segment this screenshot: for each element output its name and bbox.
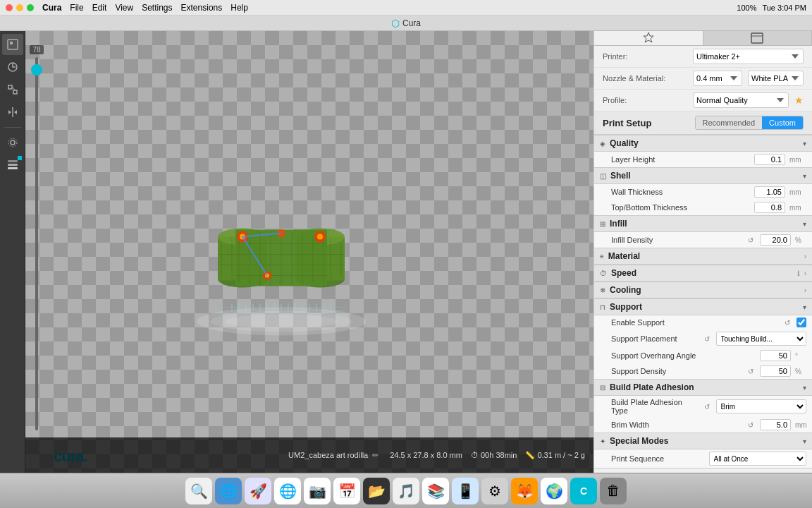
- support-section-header[interactable]: ⊓ Support ▾: [594, 298, 812, 315]
- wall-thickness-input[interactable]: [754, 186, 785, 198]
- adhesion-type-reset[interactable]: ↺: [702, 403, 712, 411]
- enable-support-checkbox[interactable]: [796, 318, 806, 327]
- dock-appstore[interactable]: 📱: [452, 478, 479, 504]
- recommended-button[interactable]: Recommended: [696, 116, 763, 129]
- menu-view[interactable]: View: [115, 3, 133, 13]
- dock-safari[interactable]: 🌐: [215, 478, 242, 504]
- speed-arrow-icon[interactable]: ›: [804, 270, 806, 277]
- wall-thickness-label: Wall Thickness: [611, 188, 750, 196]
- dock-firefox[interactable]: 🦊: [511, 478, 538, 504]
- menu-extensions[interactable]: Extensions: [181, 3, 223, 13]
- support-placement-label: Support Placement: [611, 334, 698, 343]
- menu-help[interactable]: Help: [230, 3, 248, 13]
- toolbar-home[interactable]: [2, 34, 23, 55]
- material-section-header[interactable]: ≡ Material ›: [594, 248, 812, 265]
- setup-toggle[interactable]: Recommended Custom: [695, 116, 804, 130]
- shell-title: Shell: [610, 171, 799, 181]
- support-density-input[interactable]: [760, 365, 791, 377]
- profile-star-icon[interactable]: ★: [794, 95, 804, 106]
- support-overhang-input[interactable]: [760, 350, 791, 361]
- tab-settings[interactable]: [594, 31, 703, 45]
- support-density-reset[interactable]: ↺: [746, 368, 756, 375]
- layer-height-input[interactable]: [754, 154, 785, 165]
- toolbar-view[interactable]: [2, 132, 23, 153]
- printer-select[interactable]: Ultimaker 2+: [693, 49, 804, 64]
- print-sequence-select[interactable]: All at Once: [709, 452, 807, 466]
- slider-track[interactable]: [35, 57, 38, 430]
- dock-sysprefs[interactable]: ⚙: [481, 478, 508, 504]
- support-placement-select[interactable]: Touching Build...: [716, 332, 807, 346]
- speed-info-icon[interactable]: ℹ: [797, 270, 800, 277]
- toolbar-rotate[interactable]: [2, 56, 23, 78]
- infill-density-label: Infill Density: [611, 236, 742, 244]
- wall-thickness-row: Wall Thickness mm: [594, 184, 812, 200]
- menu-file[interactable]: File: [70, 3, 83, 13]
- svg-rect-77: [751, 33, 763, 43]
- dock-itunes[interactable]: 🎵: [393, 478, 419, 504]
- edit-model-icon[interactable]: ✏: [372, 451, 379, 460]
- infill-chevron-icon[interactable]: ▾: [803, 220, 806, 228]
- dock-calendar[interactable]: 📅: [333, 478, 360, 504]
- dock-launchpad[interactable]: 🚀: [245, 478, 271, 504]
- special-modes-chevron-icon[interactable]: ▾: [803, 437, 806, 445]
- brim-width-unit: mm: [795, 421, 806, 429]
- infill-section-header[interactable]: ⊞ Infill ▾: [594, 215, 812, 232]
- brim-width-reset[interactable]: ↺: [746, 421, 756, 429]
- special-modes-icon: ✦: [600, 437, 605, 445]
- toolbar-scale[interactable]: [2, 79, 23, 100]
- profile-select[interactable]: Normal Quality: [693, 92, 789, 108]
- maximize-button[interactable]: [27, 4, 34, 11]
- menu-settings[interactable]: Settings: [142, 3, 172, 13]
- dock-chrome[interactable]: 🌍: [541, 478, 567, 504]
- dock-photos[interactable]: 📷: [304, 478, 331, 504]
- toolbar-mirror[interactable]: [2, 102, 23, 123]
- dock-quicklook[interactable]: 📂: [363, 478, 390, 504]
- support-placement-row: Support Placement ↺ Touching Build...: [594, 329, 812, 348]
- window-controls[interactable]: [6, 4, 34, 11]
- cooling-title: Cooling: [610, 285, 800, 295]
- special-modes-section-header[interactable]: ✦ Special Modes ▾: [594, 433, 812, 449]
- cooling-section-header[interactable]: ❄ Cooling ›: [594, 282, 812, 298]
- dock-safari2[interactable]: 🌐: [274, 478, 301, 504]
- shell-chevron-icon[interactable]: ▾: [803, 172, 806, 180]
- dock-ibooks[interactable]: 📚: [422, 478, 449, 504]
- tab-preview[interactable]: [703, 31, 813, 45]
- menu-edit[interactable]: Edit: [92, 3, 107, 13]
- svg-marker-76: [644, 32, 653, 42]
- toolbar-layers[interactable]: [2, 155, 23, 176]
- support-enable-reset[interactable]: ↺: [782, 319, 792, 327]
- infill-reset-button[interactable]: ↺: [746, 236, 756, 244]
- layer-slider[interactable]: 78: [30, 45, 44, 430]
- build-plate-chevron-icon[interactable]: ▾: [803, 384, 806, 392]
- speed-section-header[interactable]: ⏱ Speed ℹ ›: [594, 265, 812, 282]
- close-button[interactable]: [6, 4, 13, 11]
- svg-rect-1: [10, 42, 13, 44]
- material-arrow-icon[interactable]: ›: [804, 253, 806, 260]
- slider-thumb[interactable]: [31, 64, 42, 75]
- dock-finder[interactable]: 🔍: [185, 478, 212, 504]
- dock-trash[interactable]: 🗑: [600, 478, 627, 504]
- material-select[interactable]: White PLA: [748, 71, 804, 86]
- adhesion-type-select[interactable]: Brim: [716, 399, 807, 413]
- model-time: ⏱ 00h 38min: [471, 451, 517, 459]
- shell-icon: ◫: [600, 172, 606, 180]
- mac-bar-left: Cura File Edit View Settings Extensions …: [6, 3, 248, 13]
- clock: Tue 3:04 PM: [762, 4, 806, 12]
- ready-bar: Ready to Save to File Save to File: [594, 468, 812, 473]
- support-placement-reset[interactable]: ↺: [702, 335, 712, 343]
- quality-section-header[interactable]: ◈ Quality ▾: [594, 135, 812, 152]
- dock-cura[interactable]: C: [570, 478, 597, 504]
- brim-width-input[interactable]: [760, 419, 791, 430]
- custom-button[interactable]: Custom: [762, 116, 803, 129]
- topbottom-input[interactable]: [754, 202, 785, 213]
- infill-density-input[interactable]: [760, 234, 791, 246]
- cura-title-icon: ⬡ Cura: [391, 18, 421, 29]
- nozzle-select[interactable]: 0.4 mm: [693, 71, 742, 86]
- support-chevron-icon[interactable]: ▾: [803, 303, 806, 311]
- cooling-arrow-icon[interactable]: ›: [804, 286, 806, 294]
- quality-chevron-icon[interactable]: ▾: [803, 140, 806, 147]
- app-name-label: Cura: [42, 3, 61, 13]
- shell-section-header[interactable]: ◫ Shell ▾: [594, 167, 812, 184]
- build-plate-section-header[interactable]: ⊟ Build Plate Adhesion ▾: [594, 379, 812, 396]
- minimize-button[interactable]: [16, 4, 23, 11]
